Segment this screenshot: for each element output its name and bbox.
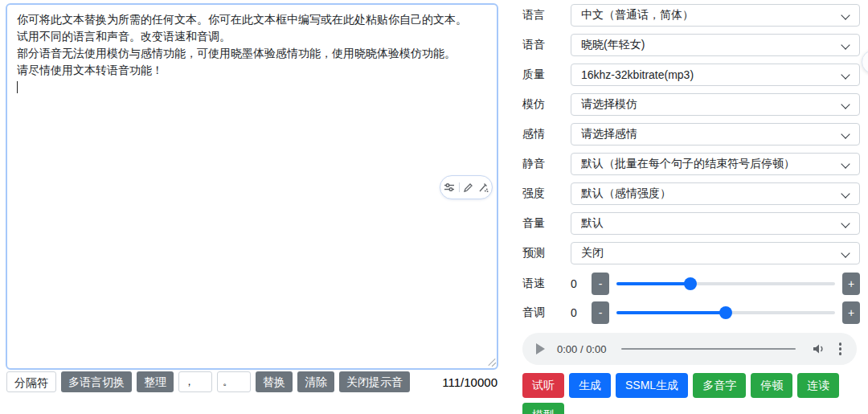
slider-thumb[interactable] (719, 306, 732, 319)
chevron-down-icon (841, 10, 850, 19)
language-label: 语言 (522, 8, 571, 23)
player-timeline[interactable] (621, 348, 795, 350)
pitch-label: 音调 (522, 305, 571, 320)
textarea-resize-handle[interactable] (485, 357, 495, 367)
volume-label: 音量 (522, 216, 571, 231)
separator-button[interactable]: 分隔符 (6, 371, 56, 392)
voice-select[interactable]: 晓晓(年轻女) (571, 34, 860, 56)
emotion-select[interactable]: 请选择感情 (571, 123, 860, 146)
text-input[interactable]: 你可将此文本替换为所需的任何文本。你可在此文本框中编写或在此处粘贴你自己的文本。… (6, 3, 498, 370)
chevron-down-icon (841, 219, 850, 227)
chevron-down-icon (841, 189, 850, 198)
slider-fill (616, 311, 726, 314)
silence-select[interactable]: 默认（批量在每个句子的结束符号后停顿） (571, 153, 860, 175)
form-row: 质量 16khz-32kbitrate(mp3) (522, 64, 860, 86)
magic-pen-icon[interactable] (477, 182, 489, 193)
tts-app: 你可将此文本替换为所需的任何文本。你可在此文本框中编写或在此处粘贴你自己的文本。… (0, 0, 868, 414)
prediction-select-value: 关闭 (581, 246, 604, 260)
form-row: 预测 关闭 (522, 242, 860, 264)
chevron-down-icon (841, 70, 850, 79)
volume-select-value: 默认 (581, 216, 604, 231)
multilang-toggle-button[interactable]: 多语言切换 (61, 371, 132, 392)
volume-icon[interactable] (811, 342, 825, 356)
text-cursor (17, 81, 18, 93)
clear-button[interactable]: 清除 (297, 371, 334, 392)
chevron-down-icon (841, 159, 850, 168)
voice-label: 语音 (522, 38, 571, 52)
chevron-down-icon (841, 40, 850, 49)
quality-label: 质量 (522, 68, 571, 82)
voice-select-value: 晓晓(年轻女) (581, 38, 645, 52)
slider-fill (616, 282, 690, 285)
speed-value: 0 (571, 277, 592, 290)
form-row: 语言 中文（普通话，简体） (522, 4, 860, 27)
pitch-slider-row: 音调 0 - + (522, 301, 860, 324)
tidy-button[interactable]: 整理 (137, 371, 174, 392)
sliders-icon[interactable] (444, 182, 455, 193)
pitch-value: 0 (571, 306, 592, 319)
quality-select-value: 16khz-32kbitrate(mp3) (581, 68, 694, 81)
language-select[interactable]: 中文（普通话，简体） (571, 4, 860, 27)
player-time: 0:00 / 0:00 (557, 343, 606, 355)
player-menu-icon[interactable] (837, 341, 844, 357)
chevron-down-icon (841, 129, 850, 138)
speed-slider[interactable] (616, 277, 835, 290)
speed-decrease-button[interactable]: - (592, 273, 609, 295)
form-row: 强度 默认（感情强度） (522, 182, 860, 205)
char-counter: 111/10000 (442, 375, 497, 389)
editor-line: 部分语音无法使用模仿与感情功能，可使用晓墨体验感情功能，使用晓晓体验模仿功能。 (17, 45, 487, 62)
pause-mark-button[interactable]: 停顿 (751, 373, 792, 398)
liaison-button[interactable]: 连读 (797, 373, 839, 398)
emotion-label: 感情 (522, 127, 571, 141)
form-row: 模仿 请选择模仿 (522, 93, 860, 116)
ssml-generate-button[interactable]: SSML生成 (616, 373, 688, 398)
prediction-select[interactable]: 关闭 (571, 242, 860, 264)
generate-button[interactable]: 生成 (569, 373, 611, 398)
audio-player[interactable]: 0:00 / 0:00 (522, 333, 857, 365)
language-select-value: 中文（普通话，简体） (581, 8, 694, 23)
settings-panel: 语言 中文（普通话，简体） 语音 晓晓(年轻女) 质量 16khz-32kbit… (522, 4, 860, 414)
pitch-increase-button[interactable]: + (842, 301, 860, 324)
polyphone-button[interactable]: 多音字 (693, 373, 746, 398)
intensity-select-value: 默认（感情强度） (581, 187, 671, 201)
speed-label: 语速 (522, 277, 571, 291)
emotion-select-value: 请选择感情 (581, 127, 637, 141)
intensity-label: 强度 (522, 187, 571, 201)
slider-thumb[interactable] (684, 277, 697, 290)
editor-line: 请尽情使用文本转语音功能！ (17, 62, 487, 79)
imitation-label: 模仿 (522, 97, 571, 112)
speed-slider-row: 语速 0 - + (522, 273, 860, 295)
chevron-down-icon (841, 248, 850, 257)
edge-floating-button[interactable] (862, 50, 868, 74)
silence-select-value: 默认（批量在每个句子的结束符号后停顿） (581, 157, 795, 171)
replace-input[interactable] (217, 371, 251, 392)
chevron-down-icon (841, 100, 850, 109)
divider (459, 182, 460, 192)
action-buttons-row1: 试听 生成 SSML生成 多音字 停顿 连读 模型 (522, 373, 860, 414)
form-row: 音量 默认 (522, 212, 860, 235)
pitch-decrease-button[interactable]: - (592, 301, 609, 324)
silence-label: 静音 (522, 157, 571, 171)
text-tools-popup[interactable] (440, 175, 493, 199)
imitation-select-value: 请选择模仿 (581, 97, 637, 112)
intensity-select[interactable]: 默认（感情强度） (571, 182, 860, 205)
prediction-label: 预测 (522, 246, 571, 260)
pitch-slider[interactable] (616, 306, 835, 319)
form-row: 感情 请选择感情 (522, 123, 860, 146)
quality-select[interactable]: 16khz-32kbitrate(mp3) (571, 64, 860, 86)
form-row: 语音 晓晓(年轻女) (522, 34, 860, 56)
editor-line: 你可将此文本替换为所需的任何文本。你可在此文本框中编写或在此处粘贴你自己的文本。 (17, 11, 487, 28)
model-button[interactable]: 模型 (522, 403, 564, 414)
imitation-select[interactable]: 请选择模仿 (571, 93, 860, 116)
replace-button[interactable]: 替换 (256, 371, 293, 392)
play-icon[interactable] (536, 343, 545, 355)
editor-line: 试用不同的语言和声音。改变语速和音调。 (17, 28, 487, 45)
pencil-icon[interactable] (463, 182, 473, 193)
speed-increase-button[interactable]: + (842, 273, 860, 295)
volume-select[interactable]: 默认 (571, 212, 860, 235)
audition-button[interactable]: 试听 (522, 373, 564, 398)
mute-hint-button[interactable]: 关闭提示音 (339, 371, 410, 392)
find-input[interactable] (178, 371, 212, 392)
form-row: 静音 默认（批量在每个句子的结束符号后停顿） (522, 153, 860, 175)
editor-toolbar: 分隔符 多语言切换 整理 替换 清除 关闭提示音 111/10000 (6, 371, 497, 392)
